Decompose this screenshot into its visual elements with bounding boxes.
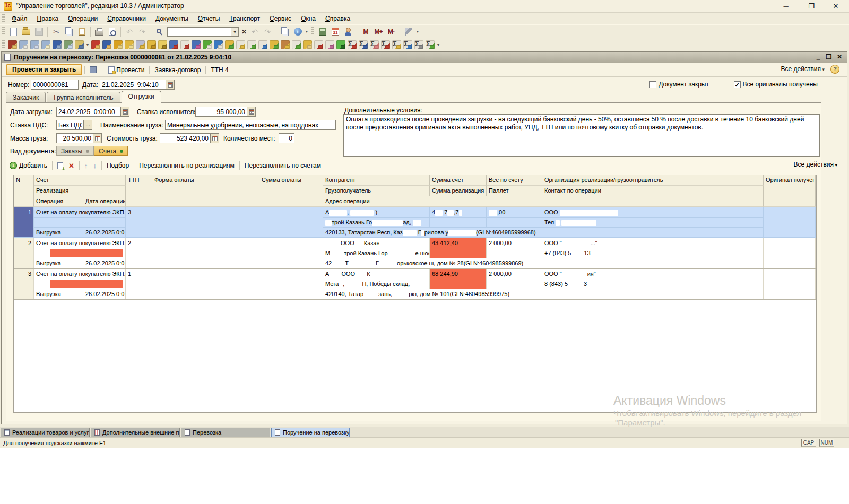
maximize-button[interactable]: ❐ <box>799 0 824 13</box>
toolbar2-icon-7[interactable] <box>75 40 84 49</box>
menu-6[interactable]: Транспорт <box>224 14 265 23</box>
toolbar2-icon-38[interactable]: Σ <box>414 40 423 49</box>
cut-icon[interactable]: ✂ <box>50 26 62 38</box>
toolbar2-icon-9[interactable] <box>91 40 100 49</box>
post-button[interactable]: Провести <box>106 65 147 75</box>
info-icon[interactable]: i <box>292 26 304 38</box>
dropdown-caret-icon[interactable]: ▾ <box>415 29 420 34</box>
toolbar2-icon-32[interactable]: Σ <box>348 40 357 49</box>
ttn4-button[interactable]: ТТН 4 <box>208 65 231 75</box>
cost-calc-button[interactable] <box>210 133 219 143</box>
calculator-icon[interactable] <box>317 26 328 38</box>
delete-row-button[interactable]: ✕ <box>66 162 77 170</box>
refill-by-sales-button[interactable]: Перезаполнить по реализациям <box>136 162 237 169</box>
toolbar2-icon-12[interactable] <box>125 40 134 49</box>
toolbar2-icon-16[interactable] <box>169 40 178 49</box>
all-originals-received-checkbox[interactable]: ✓Все оригиналы получены <box>734 81 818 88</box>
toolbar2-icon-17[interactable] <box>180 40 189 49</box>
settings-wrench-icon[interactable] <box>403 26 414 38</box>
rate-calc-button[interactable] <box>247 107 256 117</box>
toolbar2-icon-36[interactable]: Σ <box>392 40 401 49</box>
request-contract-button[interactable]: Заявка-договор <box>152 65 203 75</box>
move-down-button[interactable]: ↓ <box>90 162 99 170</box>
shipments-table[interactable]: NСчетРеализацияОперацияДата операцииТТНФ… <box>13 175 817 413</box>
user-lock-icon[interactable] <box>342 26 354 38</box>
toolbar2-icon-27[interactable] <box>292 40 301 49</box>
toolbar2-icon-2[interactable] <box>19 40 28 49</box>
print-preview-icon[interactable] <box>106 26 118 38</box>
toolbar2-icon-13[interactable] <box>136 40 145 49</box>
redo-icon[interactable]: ↷ <box>136 26 148 38</box>
doc-kind-orders-toggle[interactable]: Заказы <box>56 146 94 156</box>
toolbar2-icon-33[interactable]: Σ <box>359 40 368 49</box>
print-icon[interactable] <box>93 26 105 38</box>
toolbar2-icon-22[interactable] <box>236 40 245 49</box>
toolbar2-icon-30[interactable] <box>325 40 334 49</box>
toolbar2-icon-18[interactable] <box>192 40 201 49</box>
search-icon[interactable] <box>154 26 166 38</box>
cost-input[interactable] <box>160 133 211 143</box>
toolbar2-icon-26[interactable] <box>281 40 290 49</box>
tab-0[interactable]: Заказчик <box>6 92 46 103</box>
document-closed-checkbox[interactable]: Документ закрыт <box>649 81 709 88</box>
memory-m-button[interactable]: M <box>360 26 371 38</box>
doc-kind-invoices-toggle[interactable]: Счета <box>94 146 128 156</box>
menu-7[interactable]: Сервис <box>265 14 296 23</box>
toolbar2-icon-10[interactable] <box>102 40 111 49</box>
table-row-3[interactable]: 3Счет на оплату покупателю ЭКП...Выгрузк… <box>14 269 816 300</box>
toolbar2-icon-4[interactable] <box>41 40 50 49</box>
move-up-button[interactable]: ↑ <box>82 162 91 170</box>
table-row-1[interactable]: 1Счет на оплату покупателю ЭКП...Выгрузк… <box>14 207 816 238</box>
clear-search-icon[interactable]: ✕ <box>241 28 247 36</box>
paste-icon[interactable] <box>76 26 88 38</box>
date-picker-button[interactable] <box>166 80 175 90</box>
search-input[interactable]: ▾ <box>167 27 239 37</box>
menu-3[interactable]: Справочники <box>102 14 151 23</box>
menu-9[interactable]: Справка <box>320 14 355 23</box>
doc-close-button[interactable]: ✕ <box>834 53 845 60</box>
menu-0[interactable]: Файл <box>7 14 32 23</box>
load-date-input[interactable] <box>56 107 121 117</box>
doc-minimize-button[interactable]: _ <box>813 53 824 60</box>
refill-by-invoices-button[interactable]: Перезаполнить по счетам <box>242 162 324 169</box>
toolbar2-icon-28[interactable] <box>303 40 312 49</box>
toolbar2-icon-31[interactable] <box>336 40 345 49</box>
all-actions-button[interactable]: Все действия <box>781 65 825 73</box>
vat-select-button[interactable]: ... <box>83 120 92 130</box>
open-icon[interactable] <box>20 26 32 38</box>
menu-4[interactable]: Документы <box>151 14 193 23</box>
mass-calc-button[interactable] <box>93 133 102 143</box>
date-input[interactable] <box>100 80 166 90</box>
conditions-textarea[interactable]: Оплата производится после проведения заг… <box>343 114 820 157</box>
toolbar2-icon-23[interactable] <box>247 40 256 49</box>
memory-mminus-button[interactable]: M- <box>385 26 397 38</box>
new-document-icon[interactable] <box>7 26 19 38</box>
copy-pages-icon[interactable] <box>279 26 291 38</box>
forward-icon[interactable]: ↷ <box>262 26 273 38</box>
dropdown-icon[interactable]: ▾ <box>231 27 239 37</box>
cargo-name-input[interactable] <box>165 120 336 130</box>
toolbar2-icon-19[interactable] <box>203 40 212 49</box>
toolbar2-icon-15[interactable] <box>158 40 167 49</box>
toolbar2-icon-29[interactable] <box>314 40 323 49</box>
toolbar2-icon-21[interactable] <box>225 40 234 49</box>
toolbar2-icon-1[interactable] <box>8 40 17 49</box>
add-row-button[interactable]: +Добавить <box>7 162 50 169</box>
calendar-icon[interactable]: 31 <box>330 26 341 38</box>
mass-input[interactable] <box>56 133 93 143</box>
toolbar2-icon-14[interactable] <box>147 40 156 49</box>
doc-restore-button[interactable]: ❐ <box>824 53 834 60</box>
window-tab-2[interactable]: Перевозка <box>181 428 270 437</box>
toolbar2-icon-37[interactable]: Σ <box>403 40 412 49</box>
minimize-button[interactable]: ─ <box>774 0 798 13</box>
copy-row-button[interactable] <box>55 162 66 169</box>
window-tab-1[interactable]: Дополнительные внешние п... <box>91 428 180 437</box>
rate-input[interactable] <box>195 107 247 117</box>
toolbar2-icon-34[interactable]: Σ <box>370 40 379 49</box>
close-button[interactable]: ✕ <box>824 0 848 13</box>
dropdown-caret-icon[interactable]: ▾ <box>85 42 90 47</box>
save-icon[interactable] <box>33 26 45 38</box>
memory-mplus-button[interactable]: M+ <box>372 26 384 38</box>
menu-2[interactable]: Операции <box>63 14 102 23</box>
save-document-button[interactable] <box>87 65 101 75</box>
